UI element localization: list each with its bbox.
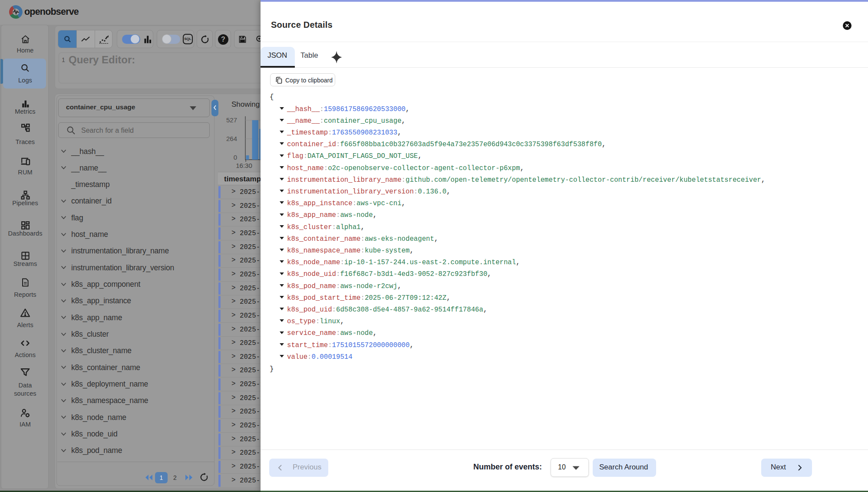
svg-text:264: 264 (226, 135, 237, 142)
svg-text:0: 0 (234, 154, 237, 161)
svg-text:527: 527 (226, 116, 237, 124)
svg-text:16:30: 16:30 (236, 162, 252, 169)
